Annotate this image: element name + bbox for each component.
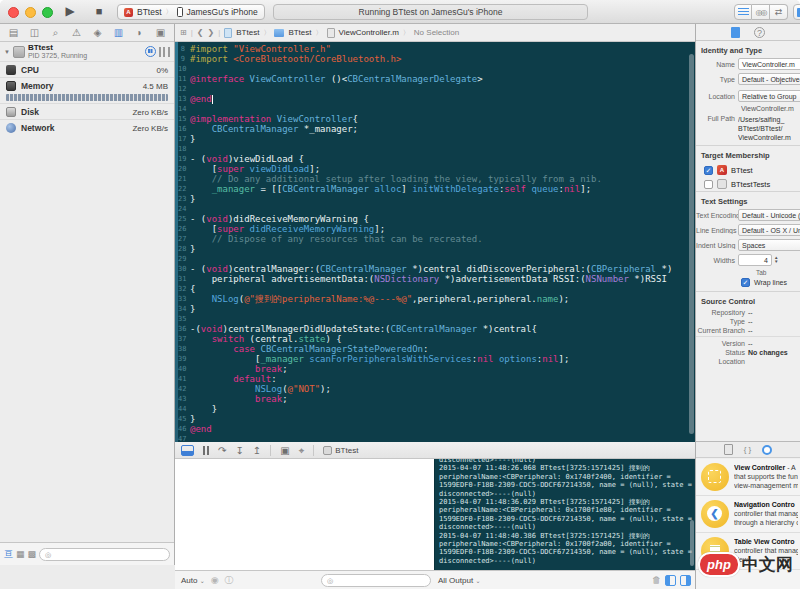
code-line[interactable]: 21 // Do any additional setup after load… bbox=[178, 174, 695, 184]
report-navigator-icon[interactable]: ▣ bbox=[154, 27, 167, 38]
code-line[interactable]: 22 _manager = [[CBCentralManager alloc] … bbox=[178, 184, 695, 194]
code-line[interactable]: 29 bbox=[178, 254, 695, 264]
cpu-gauge-row[interactable]: CPU 0% bbox=[0, 61, 174, 77]
breadcrumb-project[interactable]: BTtest bbox=[236, 28, 259, 37]
code-line[interactable]: 17} bbox=[178, 134, 695, 144]
code-line[interactable]: 35 bbox=[178, 314, 695, 324]
code-line[interactable]: 20 [super viewDidLoad]; bbox=[178, 164, 695, 174]
version-editor-button[interactable]: ⇄ bbox=[770, 4, 788, 20]
source-editor[interactable]: 8#import "ViewController.h"9#import <Cor… bbox=[175, 42, 695, 442]
pause-process-icon[interactable] bbox=[145, 46, 156, 57]
console-output-popup[interactable]: All Output ⌄ bbox=[438, 576, 480, 585]
code-line[interactable]: 44 } bbox=[178, 404, 695, 414]
navigator-toggle-button[interactable] bbox=[793, 4, 800, 20]
info-icon[interactable]: ⓘ bbox=[225, 574, 234, 587]
wrap-lines-checkbox[interactable]: ✓ bbox=[741, 278, 750, 287]
location-popup[interactable]: Relative to Group bbox=[738, 90, 800, 102]
breadcrumb-group[interactable]: BTtest bbox=[288, 28, 311, 37]
library-item-navigation-controller[interactable]: ❮ Navigation Contro controller that mana… bbox=[696, 496, 800, 533]
code-line[interactable]: 31 peripheral advertisementData:(NSDicti… bbox=[178, 274, 695, 284]
code-line[interactable]: 28} bbox=[178, 244, 695, 254]
code-line[interactable]: 18 bbox=[178, 144, 695, 154]
breadcrumb-selection[interactable]: No Selection bbox=[414, 28, 459, 37]
code-line[interactable]: 47 bbox=[178, 434, 695, 442]
code-line[interactable]: 8#import "ViewController.h" bbox=[178, 44, 695, 54]
target-checkbox-unchecked[interactable] bbox=[704, 180, 713, 189]
search-navigator-icon[interactable]: ⌕ bbox=[49, 27, 62, 39]
editor-scrollbar[interactable] bbox=[689, 54, 694, 434]
code-line[interactable]: 39 [_manager scanForPeripheralsWithServi… bbox=[178, 354, 695, 364]
code-line[interactable]: 27 // Dispose of any resources that can … bbox=[178, 234, 695, 244]
console-view[interactable]: disconnected>----(null)2015-04-07 11:48:… bbox=[434, 459, 695, 570]
lineendings-popup[interactable]: Default - OS X / Unix bbox=[738, 224, 800, 236]
scheme-selector[interactable]: A BTtest 〉 JamesGu's iPhone bbox=[117, 4, 265, 20]
navigator-filter-field[interactable]: ◎ bbox=[39, 548, 170, 561]
process-view-mode-icon[interactable]: 亘 bbox=[4, 548, 13, 561]
show-console-pane-button[interactable] bbox=[680, 575, 691, 586]
breadcrumb-file[interactable]: ViewController.m bbox=[339, 28, 399, 37]
stepper-arrows-icon[interactable]: ▲▼ bbox=[774, 256, 778, 264]
object-library-icon[interactable] bbox=[762, 445, 772, 455]
symbol-navigator-icon[interactable]: ◫ bbox=[28, 27, 41, 38]
code-line[interactable]: 37 switch (central.state) { bbox=[178, 334, 695, 344]
code-line[interactable]: 38 case CBCentralManagerStatePoweredOn: bbox=[178, 344, 695, 354]
forward-button[interactable]: ❯ bbox=[207, 28, 214, 37]
standard-editor-button[interactable] bbox=[734, 4, 752, 20]
code-line[interactable]: 42 NSLog(@"NOT"); bbox=[178, 384, 695, 394]
indent-popup[interactable]: Spaces bbox=[738, 239, 800, 251]
code-line[interactable]: 23} bbox=[178, 194, 695, 204]
pause-execution-button[interactable] bbox=[203, 446, 209, 455]
code-line[interactable]: 15@implementation ViewController{ bbox=[178, 114, 695, 124]
code-snippet-library-icon[interactable]: { } bbox=[744, 445, 752, 454]
encoding-popup[interactable]: Default - Unicode (UTF-8) bbox=[738, 209, 800, 221]
variables-scope-popup[interactable]: Auto ⌄ bbox=[181, 576, 205, 585]
debug-navigator-icon[interactable]: ▥ bbox=[112, 27, 125, 38]
related-items-icon[interactable]: ⊞ bbox=[180, 28, 187, 37]
code-line[interactable]: 43 break; bbox=[178, 394, 695, 404]
network-gauge-row[interactable]: Network Zero KB/s bbox=[0, 119, 174, 135]
code-line[interactable]: 40 break; bbox=[178, 364, 695, 374]
show-variables-pane-button[interactable] bbox=[665, 575, 676, 586]
code-line[interactable]: 32{ bbox=[178, 284, 695, 294]
disk-gauge-row[interactable]: Disk Zero KB/s bbox=[0, 103, 174, 119]
assistant-editor-button[interactable]: ◎◎ bbox=[752, 4, 770, 20]
view-debugger-icon[interactable]: ▣ bbox=[280, 443, 289, 458]
stop-button[interactable]: ■ bbox=[92, 3, 106, 20]
step-over-icon[interactable]: ↷ bbox=[218, 443, 226, 458]
view-mode-list-icon[interactable]: ▩ bbox=[28, 549, 37, 559]
code-line[interactable]: 16 CBCentralManager *_manager; bbox=[178, 124, 695, 134]
zoom-window-button[interactable] bbox=[42, 7, 53, 18]
close-window-button[interactable] bbox=[8, 7, 19, 18]
disclosure-triangle-icon[interactable]: ▼ bbox=[4, 49, 10, 55]
code-line[interactable]: 14 bbox=[178, 104, 695, 114]
project-navigator-icon[interactable]: ▤ bbox=[7, 27, 20, 38]
code-line[interactable]: 45} bbox=[178, 414, 695, 424]
quick-help-icon[interactable]: ? bbox=[754, 27, 765, 38]
view-mode-grid-icon[interactable]: ▦ bbox=[16, 549, 25, 559]
code-line[interactable]: 9#import <CoreBluetooth/CoreBluetooth.h> bbox=[178, 54, 695, 64]
file-template-library-icon[interactable] bbox=[724, 444, 733, 455]
file-inspector-icon[interactable] bbox=[731, 27, 740, 38]
code-line[interactable]: 24 bbox=[178, 204, 695, 214]
tab-width-stepper[interactable]: 4 ▲▼ bbox=[738, 254, 778, 266]
code-line[interactable]: 26 [super didReceiveMemoryWarning]; bbox=[178, 224, 695, 234]
code-line[interactable]: 13@end bbox=[178, 94, 695, 104]
code-line[interactable]: 41 default: bbox=[178, 374, 695, 384]
code-line[interactable]: 34} bbox=[178, 304, 695, 314]
console-scrollbar[interactable] bbox=[690, 520, 694, 566]
back-button[interactable]: ❮ bbox=[197, 28, 204, 37]
step-into-icon[interactable]: ↧ bbox=[235, 443, 243, 458]
code-line[interactable]: 12 bbox=[178, 84, 695, 94]
debug-process-selector[interactable]: BTtest bbox=[323, 446, 358, 455]
library-item-view-controller[interactable]: View Controller - A that supports the fu… bbox=[696, 459, 800, 496]
tab-width-value[interactable]: 4 bbox=[738, 254, 772, 266]
code-line[interactable]: 46@end bbox=[178, 424, 695, 434]
minimize-window-button[interactable] bbox=[25, 7, 36, 18]
run-button[interactable]: ▶ bbox=[62, 3, 78, 20]
breakpoint-navigator-icon[interactable]: ◗ bbox=[133, 27, 146, 38]
code-line[interactable]: 10 bbox=[178, 64, 695, 74]
target-checkbox-checked[interactable]: ✓ bbox=[704, 166, 713, 175]
variables-view[interactable] bbox=[175, 459, 434, 570]
code-line[interactable]: 19- (void)viewDidLoad { bbox=[178, 154, 695, 164]
issue-navigator-icon[interactable]: ⚠ bbox=[70, 27, 83, 38]
